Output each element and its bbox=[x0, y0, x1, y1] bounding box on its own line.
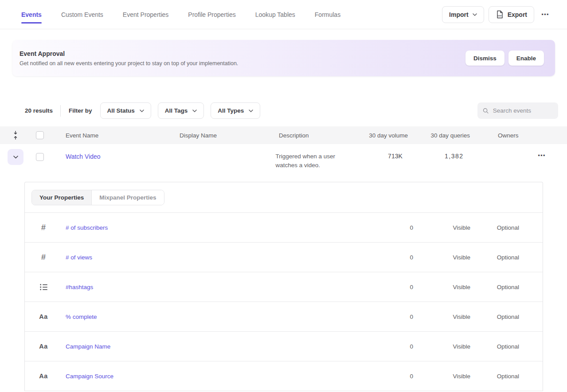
export-button-label: Export bbox=[508, 11, 527, 18]
number-type-icon: # bbox=[35, 253, 52, 262]
tab-formulas[interactable]: Formulas bbox=[315, 0, 340, 29]
types-filter-value: All Types bbox=[218, 107, 244, 114]
property-requirement: Optional bbox=[470, 224, 519, 231]
property-row: #hashtags 0 Visible Optional bbox=[25, 272, 543, 302]
aa-glyph: Aa bbox=[39, 343, 48, 350]
svg-text:csv: csv bbox=[497, 14, 501, 17]
import-button[interactable]: Import bbox=[442, 6, 484, 23]
event-name-link[interactable]: Watch Video bbox=[66, 153, 101, 160]
chevron-down-icon bbox=[140, 110, 144, 112]
banner-actions: Dismiss Enable bbox=[465, 51, 544, 66]
tab-event-properties[interactable]: Event Properties bbox=[123, 0, 169, 29]
banner-description: Get notified on all new events entering … bbox=[20, 60, 238, 67]
queries-cell: 1,382 bbox=[403, 144, 464, 160]
volume-cell: 713K bbox=[359, 144, 402, 160]
search-box bbox=[477, 102, 558, 119]
event-name-cell: Watch Video bbox=[66, 144, 178, 161]
chevron-down-icon bbox=[473, 13, 477, 16]
chevron-down-icon bbox=[13, 156, 18, 159]
property-visibility: Visible bbox=[413, 254, 470, 261]
select-all-checkbox[interactable] bbox=[36, 131, 44, 139]
header-30-day-volume: 30 day volume bbox=[364, 132, 408, 139]
tab-mixpanel-properties[interactable]: Mixpanel Properties bbox=[91, 190, 164, 205]
import-button-label: Import bbox=[449, 11, 469, 18]
property-name-link[interactable]: #hashtags bbox=[66, 284, 378, 290]
list-glyph bbox=[40, 284, 47, 290]
header-description: Description bbox=[279, 132, 364, 139]
properties-tab-control: Your Properties Mixpanel Properties bbox=[31, 190, 164, 205]
property-value: 0 bbox=[378, 343, 413, 350]
row-more-icon[interactable]: ⋯ bbox=[535, 152, 548, 159]
text-type-icon: Aa bbox=[35, 372, 52, 380]
chevron-down-icon bbox=[192, 110, 197, 112]
event-description: Triggered when a user watches a video. bbox=[275, 152, 351, 170]
export-button[interactable]: csv Export bbox=[489, 6, 534, 23]
csv-file-icon: csv bbox=[496, 10, 504, 19]
nav-tabs: Events Custom Events Event Properties Pr… bbox=[21, 0, 340, 29]
property-name-link[interactable]: Campaign Source bbox=[66, 373, 378, 380]
nav-actions: Import csv Export ⋯ bbox=[442, 6, 552, 23]
property-row: # # of views 0 Visible Optional bbox=[25, 243, 543, 272]
properties-panel-header: Your Properties Mixpanel Properties bbox=[25, 182, 543, 213]
property-visibility: Visible bbox=[413, 284, 470, 290]
property-requirement: Optional bbox=[470, 343, 519, 350]
description-cell: Triggered when a user watches a video. bbox=[275, 144, 359, 170]
aa-glyph: Aa bbox=[39, 372, 48, 380]
text-type-icon: Aa bbox=[35, 343, 52, 350]
property-visibility: Visible bbox=[413, 373, 470, 380]
chevron-down-icon bbox=[249, 110, 253, 112]
property-value: 0 bbox=[378, 224, 413, 231]
top-navigation: Events Custom Events Event Properties Pr… bbox=[0, 0, 567, 29]
property-visibility: Visible bbox=[413, 343, 470, 350]
collapse-all-icon[interactable] bbox=[13, 131, 18, 140]
property-visibility: Visible bbox=[413, 224, 470, 231]
property-value: 0 bbox=[378, 314, 413, 320]
property-value: 0 bbox=[378, 254, 413, 261]
row-toggle-cell bbox=[8, 144, 23, 165]
banner-text: Event Approval Get notified on all new e… bbox=[20, 50, 238, 67]
select-all-cell bbox=[36, 131, 44, 139]
tab-lookup-tables[interactable]: Lookup Tables bbox=[255, 0, 295, 29]
event-approval-banner: Event Approval Get notified on all new e… bbox=[12, 40, 555, 76]
status-filter-value: All Status bbox=[107, 107, 135, 114]
dismiss-button[interactable]: Dismiss bbox=[465, 51, 504, 66]
row-more-cell: ⋯ bbox=[535, 152, 567, 159]
filter-by-label: Filter by bbox=[69, 107, 92, 114]
event-table-row: Watch Video Triggered when a user watche… bbox=[0, 144, 567, 182]
tab-custom-events[interactable]: Custom Events bbox=[61, 0, 103, 29]
property-row: Aa Campaign Source 0 Visible Optional bbox=[25, 361, 543, 391]
types-filter-dropdown[interactable]: All Types bbox=[211, 102, 260, 119]
property-value: 0 bbox=[378, 284, 413, 290]
divider bbox=[60, 105, 61, 117]
property-row: Aa Campaign Name 0 Visible Optional bbox=[25, 332, 543, 361]
hash-glyph: # bbox=[41, 253, 46, 262]
property-name-link[interactable]: % complete bbox=[66, 314, 378, 320]
text-type-icon: Aa bbox=[35, 313, 52, 320]
search-input[interactable] bbox=[493, 107, 553, 114]
property-name-link[interactable]: # of views bbox=[66, 254, 378, 261]
filter-bar: 20 results Filter by All Status All Tags… bbox=[25, 102, 558, 119]
expanded-properties-panel: Your Properties Mixpanel Properties # # … bbox=[24, 182, 543, 391]
search-icon bbox=[483, 107, 489, 114]
property-row: # # of subscribers 0 Visible Optional bbox=[25, 213, 543, 243]
property-name-link[interactable]: Campaign Name bbox=[66, 343, 378, 350]
property-requirement: Optional bbox=[470, 284, 519, 290]
collapse-row-button[interactable] bbox=[8, 149, 23, 165]
volume-value: 713K bbox=[359, 153, 402, 160]
header-owners: Owners bbox=[498, 132, 542, 139]
property-name-link[interactable]: # of subscribers bbox=[66, 224, 378, 231]
results-count: 20 results bbox=[25, 107, 53, 114]
queries-value: 1,382 bbox=[403, 153, 464, 160]
tab-events[interactable]: Events bbox=[21, 0, 42, 29]
header-display-name: Display Name bbox=[180, 132, 279, 139]
more-menu-icon[interactable]: ⋯ bbox=[539, 11, 552, 18]
list-type-icon bbox=[35, 284, 52, 290]
tab-profile-properties[interactable]: Profile Properties bbox=[188, 0, 235, 29]
table-header: Event Name Display Name Description 30 d… bbox=[0, 126, 567, 144]
enable-button[interactable]: Enable bbox=[508, 51, 544, 66]
row-checkbox[interactable] bbox=[36, 153, 44, 161]
tags-filter-dropdown[interactable]: All Tags bbox=[158, 102, 204, 119]
tab-your-properties[interactable]: Your Properties bbox=[32, 190, 91, 205]
status-filter-dropdown[interactable]: All Status bbox=[100, 102, 151, 119]
aa-glyph: Aa bbox=[39, 313, 48, 320]
